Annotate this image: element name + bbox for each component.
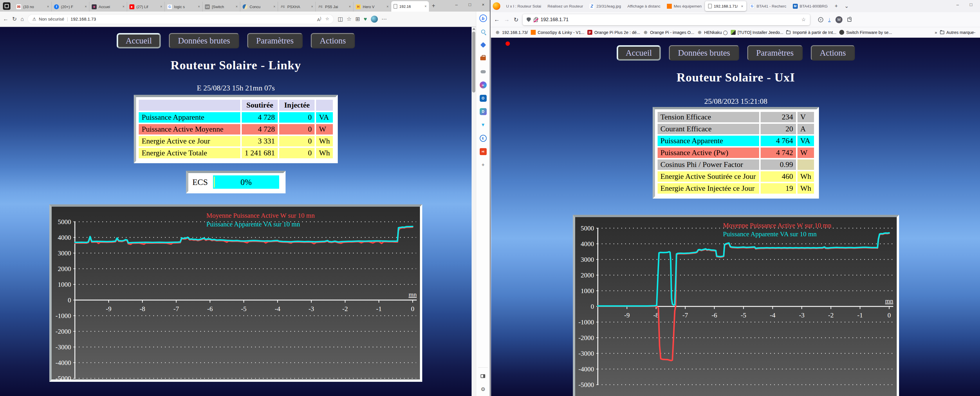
nav-button-donn-es-brutes[interactable]: Données brutes — [169, 33, 239, 48]
bookmark-item[interactable]: ⊕Orange Pi - images O... — [643, 30, 694, 35]
sidebar-item-sidebar-panel[interactable] — [478, 369, 488, 383]
collections-icon[interactable]: ⊞ — [355, 16, 360, 22]
bookmark-item[interactable]: Switch Firmware by se... — [839, 30, 892, 35]
profile-avatar[interactable] — [371, 16, 378, 22]
back-icon[interactable]: ← — [3, 16, 8, 22]
sidebar-item-settings[interactable]: ⚙ — [478, 383, 488, 396]
browser-tab[interactable]: GBTA41 - Recherc — [746, 1, 790, 11]
reload-icon[interactable]: ↻ — [12, 16, 17, 22]
nav-button-donn-es-brutes[interactable]: Données brutes — [669, 45, 739, 60]
firefox-view-icon[interactable] — [493, 2, 500, 10]
reload-icon[interactable]: ↻ — [514, 16, 519, 23]
back-icon[interactable]: ← — [494, 16, 500, 23]
bookmark-item[interactable]: POrange Pi Plus 2e : dé... — [587, 30, 640, 35]
tab-close-icon[interactable]: × — [741, 4, 743, 8]
tab-close-icon[interactable]: × — [425, 4, 426, 8]
sidebar-item-toolbox[interactable] — [476, 52, 490, 65]
new-tab-button[interactable]: + — [832, 3, 841, 9]
browser-tab[interactable]: Concu× — [240, 2, 278, 12]
sidebar-item-hi[interactable]: Hi — [476, 145, 490, 158]
sidebar-item-outlook[interactable]: O — [476, 92, 490, 105]
scrollbar-thumb[interactable] — [472, 32, 475, 92]
sidebar-item-add[interactable]: + — [476, 158, 490, 172]
tab-close-icon[interactable]: × — [235, 5, 238, 9]
edge-scrollbar[interactable] — [472, 27, 476, 396]
browser-tab[interactable]: LS[Switch× — [202, 2, 240, 12]
browser-tab[interactable]: Z23/31/leag.jpg — [586, 1, 624, 11]
downloads-icon[interactable]: ↓ — [828, 17, 831, 22]
tab-close-icon[interactable]: × — [349, 5, 351, 9]
tab-close-icon[interactable]: × — [274, 5, 275, 9]
browser-tab[interactable]: Glogic s× — [165, 2, 202, 12]
favorite-star-icon[interactable]: ☆ — [325, 16, 329, 22]
extensions-icon[interactable] — [847, 18, 851, 22]
browser-tab[interactable]: U x I : Routeur Solai — [503, 1, 544, 11]
tab-close-icon[interactable]: × — [85, 5, 87, 9]
bookmark-item[interactable]: » — [928, 30, 937, 35]
sidebar-item-e-service[interactable]: E — [476, 131, 490, 145]
browser-tab[interactable]: f(20+) F× — [52, 2, 89, 12]
minimize-icon[interactable]: – — [951, 0, 964, 9]
browser-tab[interactable]: Mes équipemen — [664, 1, 705, 11]
sidebar-item-microsoft-365[interactable]: ∞ — [476, 78, 490, 92]
browser-tab[interactable]: HHero V× — [353, 2, 391, 12]
tab-actions-icon[interactable] — [3, 2, 10, 10]
favorites-icon[interactable]: ☆ — [347, 16, 352, 22]
browser-tab[interactable]: ✉(33 no× — [14, 2, 52, 12]
more-options-icon[interactable]: ⋯ — [382, 16, 387, 22]
bookmark-star-icon[interactable]: ☆ — [802, 16, 806, 22]
tab-close-icon[interactable]: × — [198, 5, 200, 9]
address-bar[interactable]: 192.168.1.71 ☆ — [523, 14, 810, 25]
bookmark-item[interactable]: ⊕192.168.1.73/ — [495, 30, 528, 35]
tab-close-icon[interactable]: × — [123, 5, 124, 9]
sidebar-item-copilot[interactable]: b — [476, 12, 490, 25]
bookmark-item[interactable]: ⊕HENkaku ◯ — [697, 30, 728, 35]
minimize-icon[interactable]: – — [450, 0, 463, 9]
nav-button-accueil[interactable]: Accueil — [617, 45, 661, 60]
bookmark-item[interactable]: ConsoSpy & Linky - V1... — [531, 30, 584, 35]
read-aloud-icon[interactable]: A) — [317, 16, 321, 22]
tab-close-icon[interactable]: × — [160, 5, 162, 9]
tab-close-icon[interactable]: × — [47, 5, 49, 9]
new-tab-button[interactable]: + — [429, 3, 439, 12]
browser-essentials-icon[interactable]: ♥ — [364, 16, 367, 22]
tab-close-icon[interactable]: × — [311, 5, 313, 9]
linky-data-table: SoutiréeInjectéePuissance Apparente4 728… — [137, 98, 334, 160]
bookmark-item[interactable]: Autres marque- — [940, 30, 975, 35]
sidebar-item-drop[interactable]: ▼ — [476, 118, 490, 131]
nav-button-accueil[interactable]: Accueil — [117, 33, 161, 48]
browser-tab[interactable]: PSPSXHA× — [278, 2, 316, 12]
sidebar-item-designer[interactable]: D — [476, 105, 490, 118]
forward-icon[interactable]: → — [504, 16, 509, 23]
tab-title: 23/31/leag.jpg — [597, 4, 621, 8]
home-icon[interactable]: ⌂ — [21, 16, 24, 22]
nav-button-param-tres[interactable]: Paramètres — [747, 45, 803, 60]
address-bar[interactable]: ⚠ Non sécurisé | 192.168.1.73 A) ☆ — [27, 14, 334, 24]
pocket-icon[interactable]: ∨ — [818, 17, 823, 22]
browser-tab[interactable]: 192.168.1.71/× — [705, 1, 746, 11]
maximize-icon[interactable]: □ — [463, 0, 477, 9]
sidebar-item-shopping[interactable] — [476, 38, 490, 52]
account-avatar[interactable]: M — [835, 16, 842, 23]
tab-close-icon[interactable]: × — [387, 5, 388, 9]
split-screen-icon[interactable]: ◫ — [337, 16, 343, 22]
browser-tab[interactable]: PSPS5 Jai× — [316, 2, 353, 12]
browser-tab[interactable]: 192.16× — [391, 1, 429, 12]
maximize-icon[interactable]: □ — [964, 0, 978, 9]
browser-tab[interactable]: ▶(27) Lif× — [127, 2, 165, 12]
nav-button-param-tres[interactable]: Paramètres — [247, 33, 303, 48]
bookmark-item[interactable]: [TUTO] Installer Jeedo... — [731, 30, 784, 35]
browser-tab[interactable]: ★Accuei× — [89, 2, 127, 12]
nav-button-actions[interactable]: Actions — [811, 45, 855, 60]
sidebar-item-search[interactable] — [476, 25, 490, 38]
bookmark-item[interactable]: Importé à partir de Int... — [786, 30, 836, 35]
sidebar-item-gaming[interactable] — [476, 65, 490, 78]
browser-tab[interactable]: Réalisez un Routeur — [544, 1, 586, 11]
tracking-shield-icon[interactable] — [527, 17, 531, 22]
browser-tab[interactable]: MBTA41-800BRG — [790, 1, 831, 11]
scroll-up-icon[interactable] — [473, 28, 475, 30]
nav-button-actions[interactable]: Actions — [311, 33, 355, 48]
browser-tab[interactable]: Affichage à distanc — [624, 1, 664, 11]
list-tabs-icon[interactable]: ⌄ — [842, 3, 852, 9]
close-icon[interactable]: × — [477, 0, 490, 9]
